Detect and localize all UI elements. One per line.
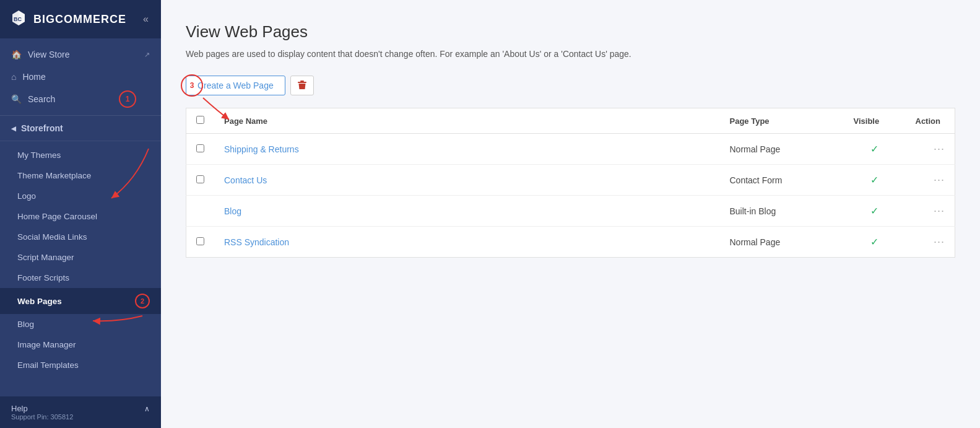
sidebar-header: BC BIGCOMMERCE « [0, 0, 161, 38]
action-menu-button[interactable]: ··· [934, 204, 945, 217]
main-content: View Web Pages Web pages are used to dis… [161, 0, 980, 428]
page-name-link[interactable]: Shipping & Returns [224, 144, 299, 154]
svg-text:BC: BC [14, 16, 22, 22]
page-type-cell: Normal Page [720, 227, 844, 258]
page-name-cell: Shipping & Returns [214, 134, 720, 165]
page-name-cell: RSS Syndication [214, 227, 720, 258]
sidebar-item-web-pages[interactable]: Web Pages 2 [0, 288, 161, 314]
storefront-section-header[interactable]: ◀ Storefront [0, 116, 161, 141]
annotation-circle-1: 1 [119, 90, 136, 108]
table-row: RSS Syndication Normal Page ✓ ··· [186, 227, 955, 258]
col-visible: Visible [844, 108, 906, 134]
table-header-row: Page Name Page Type Visible Action [186, 108, 955, 134]
row-checkbox-cell [186, 165, 215, 196]
logo-area: BC BIGCOMMERCE [10, 9, 126, 29]
page-name-link[interactable]: Contact Us [224, 175, 267, 185]
support-pin: Support Pin: 305812 [11, 413, 150, 421]
page-type-cell: Built-in Blog [720, 196, 844, 227]
action-cell: ··· [906, 227, 955, 258]
table-row: Shipping & Returns Normal Page ✓ ··· [186, 134, 955, 165]
external-link-icon: ↗ [144, 51, 150, 59]
sidebar-top-nav: 🏠 View Store ↗ ⌂ Home 🔍 Search 1 [0, 38, 161, 116]
arrow-annotation-2 [161, 304, 186, 334]
row-checkbox-cell [186, 134, 215, 165]
visible-cell: ✓ [844, 227, 906, 258]
sidebar-item-label: Home Page Carousel [17, 212, 97, 221]
sidebar-footer: Help ∧ Support Pin: 305812 [0, 396, 161, 428]
page-title: View Web Pages [186, 22, 955, 41]
sidebar-item-home[interactable]: ⌂ Home [0, 66, 161, 88]
visible-cell: ✓ [844, 165, 906, 196]
sidebar-item-label: Blog [17, 320, 34, 329]
sidebar-item-email-templates[interactable]: Email Templates [0, 355, 161, 375]
visible-check-icon: ✓ [870, 144, 878, 154]
page-type-cell: Contact Form [720, 165, 844, 196]
action-menu-button[interactable]: ··· [934, 142, 945, 155]
action-cell: ··· [906, 196, 955, 227]
visible-check-icon: ✓ [870, 175, 878, 185]
sidebar-item-home-page-carousel[interactable]: Home Page Carousel [0, 206, 161, 227]
sidebar-item-label: Home [22, 72, 45, 82]
sidebar-item-label: My Themes [17, 151, 61, 160]
col-action: Action [906, 108, 955, 134]
annotation-circle-2: 2 [135, 294, 150, 308]
sidebar-item-search[interactable]: 🔍 Search 1 [0, 88, 161, 110]
col-checkbox [186, 108, 215, 134]
sidebar-item-view-store[interactable]: 🏠 View Store ↗ [0, 43, 161, 66]
sidebar-item-label: View Store [28, 50, 69, 59]
row-checkbox[interactable] [196, 237, 204, 245]
page-name-cell: Contact Us [214, 165, 720, 196]
sidebar-item-logo[interactable]: Logo [0, 186, 161, 206]
sidebar-item-label: Web Pages [17, 297, 62, 306]
collapse-sidebar-button[interactable]: « [141, 11, 151, 27]
sidebar-menu-scroll: My Themes Theme Marketplace Logo Home Pa… [0, 141, 161, 396]
home-icon: ⌂ [11, 72, 16, 82]
select-all-checkbox[interactable] [196, 116, 204, 124]
search-icon: 🔍 [11, 94, 22, 104]
svg-rect-4 [298, 82, 306, 83]
visible-cell: ✓ [844, 196, 906, 227]
sidebar-item-image-manager[interactable]: Image Manager [0, 334, 161, 355]
sidebar-menu: My Themes Theme Marketplace Logo Home Pa… [0, 141, 161, 379]
sidebar-item-blog[interactable]: Blog [0, 314, 161, 334]
trash-icon [297, 81, 307, 90]
brand-name: BIGCOMMERCE [33, 13, 126, 26]
action-menu-button[interactable]: ··· [934, 173, 945, 186]
page-type-cell: Normal Page [720, 134, 844, 165]
web-pages-table: Page Name Page Type Visible Action Shipp… [186, 108, 955, 258]
col-page-type: Page Type [720, 108, 844, 134]
sidebar-item-social-media-links[interactable]: Social Media Links [0, 227, 161, 247]
sidebar-item-script-manager[interactable]: Script Manager [0, 247, 161, 268]
row-checkbox-cell [186, 227, 215, 258]
sidebar-item-footer-scripts[interactable]: Footer Scripts [0, 268, 161, 288]
sidebar-item-my-themes[interactable]: My Themes [0, 145, 161, 165]
visible-check-icon: ✓ [870, 206, 878, 216]
visible-cell: ✓ [844, 134, 906, 165]
action-menu-button[interactable]: ··· [934, 235, 945, 248]
sidebar-item-label: Image Manager [17, 340, 76, 349]
sidebar-item-label: Logo [17, 191, 36, 201]
visible-check-icon: ✓ [870, 237, 878, 247]
svg-rect-3 [300, 81, 304, 82]
col-page-name: Page Name [214, 108, 720, 134]
create-web-page-button[interactable]: Create a Web Page [186, 76, 285, 95]
table-row: Blog Built-in Blog ✓ ··· [186, 196, 955, 227]
sidebar-item-label: Social Media Links [17, 232, 87, 242]
sidebar-item-label: Script Manager [17, 253, 74, 262]
row-checkbox[interactable] [196, 144, 204, 152]
expand-icon: ∧ [144, 404, 150, 413]
store-icon: 🏠 [11, 50, 22, 59]
row-checkbox[interactable] [196, 175, 204, 183]
delete-button[interactable] [290, 76, 314, 95]
sidebar-item-label: Theme Marketplace [17, 171, 91, 180]
page-name-link[interactable]: Blog [224, 206, 241, 216]
page-name-link[interactable]: RSS Syndication [224, 237, 289, 247]
page-name-cell: Blog [214, 196, 720, 227]
row-checkbox-cell [186, 196, 215, 227]
table-row: Contact Us Contact Form ✓ ··· [186, 165, 955, 196]
sidebar-item-theme-marketplace[interactable]: Theme Marketplace [0, 165, 161, 186]
sidebar: BC BIGCOMMERCE « 🏠 View Store ↗ ⌂ Home 🔍… [0, 0, 161, 428]
sidebar-item-label: Email Templates [17, 360, 79, 370]
bigcommerce-logo-icon: BC [10, 9, 30, 29]
page-description: Web pages are used to display content th… [186, 48, 955, 61]
